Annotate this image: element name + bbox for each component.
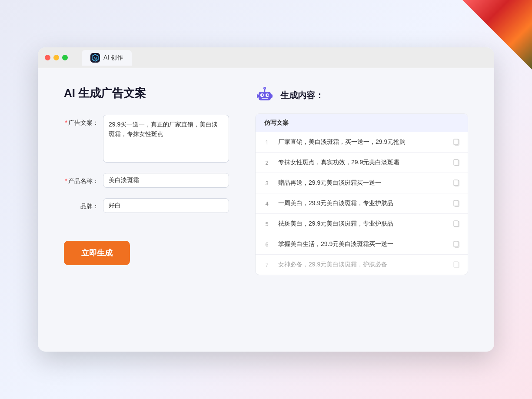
copy-icon-4[interactable] xyxy=(452,199,461,208)
product-name-input[interactable] xyxy=(103,173,229,188)
row-num-5: 5 xyxy=(263,221,271,227)
result-row-6: 6 掌握美白生活，29.9元美白淡斑霜买一送一 xyxy=(256,234,468,255)
row-text-3: 赠品再送，29.9元美白淡斑霜买一送一 xyxy=(278,179,445,187)
result-row-3: 3 赠品再送，29.9元美白淡斑霜买一送一 xyxy=(256,173,468,193)
row-text-1: 厂家直销，美白淡斑霜，买一送一，29.9元抢购 xyxy=(278,138,445,146)
svg-point-12 xyxy=(264,88,266,89)
product-name-row: *产品名称： xyxy=(64,173,229,188)
traffic-lights xyxy=(45,55,68,60)
product-name-label: *产品名称： xyxy=(64,173,99,185)
result-row-4: 4 一周美白，29.9元美白淡斑霜，专业护肤品 xyxy=(256,193,468,214)
result-header: 生成内容： xyxy=(255,86,468,105)
row-text-5: 祛斑美白，29.9元美白淡斑霜，专业护肤品 xyxy=(278,220,445,228)
right-panel: 生成内容： 仿写文案 1 厂家直销，美白淡斑霜，买一送一，29.9元抢购 2 专… xyxy=(255,86,468,333)
robot-icon xyxy=(255,86,274,105)
result-row-2: 2 专抹女性斑点，真实功效，29.9元美白淡斑霜 xyxy=(256,153,468,173)
browser-window: AI AI 创作 AI 生成广告文案 *广告文案： *产品名称： xyxy=(38,47,494,352)
required-star-1: * xyxy=(65,119,67,126)
robot-svg xyxy=(255,86,274,105)
row-text-6: 掌握美白生活，29.9元美白淡斑霜买一送一 xyxy=(278,240,445,248)
copy-icon-6[interactable] xyxy=(452,240,461,249)
row-num-6: 6 xyxy=(263,241,271,248)
minimize-button[interactable] xyxy=(53,55,59,60)
svg-rect-11 xyxy=(271,94,273,98)
svg-rect-9 xyxy=(262,98,268,99)
brand-label: 品牌： xyxy=(64,198,99,210)
svg-rect-10 xyxy=(257,94,259,98)
copy-icon-2[interactable] xyxy=(452,158,461,167)
brand-input[interactable] xyxy=(103,198,229,213)
result-title: 生成内容： xyxy=(280,90,324,101)
results-column-header: 仿写文案 xyxy=(256,114,468,132)
maximize-button[interactable] xyxy=(62,55,68,60)
copy-icon-3[interactable] xyxy=(452,179,461,187)
result-row-1: 1 厂家直销，美白淡斑霜，买一送一，29.9元抢购 xyxy=(256,132,468,153)
svg-text:AI: AI xyxy=(93,57,97,60)
row-text-4: 一周美白，29.9元美白淡斑霜，专业护肤品 xyxy=(278,200,445,207)
main-content: AI 生成广告文案 *广告文案： *产品名称： 品牌： 立 xyxy=(38,68,494,351)
ai-hex-icon: AI xyxy=(91,54,99,62)
ai-create-tab[interactable]: AI AI 创作 xyxy=(82,50,132,66)
svg-point-8 xyxy=(267,94,269,96)
row-num-7: 7 xyxy=(263,262,271,268)
row-num-3: 3 xyxy=(263,180,271,186)
svg-rect-24 xyxy=(454,241,458,247)
svg-rect-16 xyxy=(454,160,458,165)
brand-row: 品牌： xyxy=(64,198,229,213)
svg-rect-14 xyxy=(454,139,458,145)
row-num-2: 2 xyxy=(263,160,271,166)
title-bar: AI AI 创作 xyxy=(38,47,494,68)
row-text-2: 专抹女性斑点，真实功效，29.9元美白淡斑霜 xyxy=(278,159,445,166)
result-row-5: 5 祛斑美白，29.9元美白淡斑霜，专业护肤品 xyxy=(256,214,468,234)
tab-label: AI 创作 xyxy=(103,54,123,62)
close-button[interactable] xyxy=(45,55,50,60)
ad-copy-row: *广告文案： xyxy=(64,115,229,163)
page-title: AI 生成广告文案 xyxy=(64,86,229,101)
svg-rect-26 xyxy=(454,262,458,267)
result-row-7: 7 女神必备，29.9元美白淡斑霜，护肤必备 xyxy=(256,255,468,275)
copy-icon-7[interactable] xyxy=(452,260,461,269)
copy-icon-1[interactable] xyxy=(452,138,461,146)
svg-point-7 xyxy=(262,94,263,96)
left-panel: AI 生成广告文案 *广告文案： *产品名称： 品牌： 立 xyxy=(64,86,229,333)
copy-icon-5[interactable] xyxy=(452,219,461,228)
svg-rect-18 xyxy=(454,180,458,186)
generate-button[interactable]: 立即生成 xyxy=(64,241,130,265)
results-table: 仿写文案 1 厂家直销，美白淡斑霜，买一送一，29.9元抢购 2 专抹女性斑点，… xyxy=(255,113,468,275)
ad-copy-label: *广告文案： xyxy=(64,115,99,127)
row-text-7: 女神必备，29.9元美白淡斑霜，护肤必备 xyxy=(278,261,445,269)
tab-icon: AI xyxy=(90,53,100,63)
svg-rect-20 xyxy=(454,200,458,206)
row-num-4: 4 xyxy=(263,200,271,207)
ad-copy-textarea[interactable] xyxy=(103,115,229,163)
required-star-2: * xyxy=(65,177,67,184)
row-num-1: 1 xyxy=(263,139,271,146)
svg-rect-22 xyxy=(454,221,458,226)
product-name-label-text: 产品名称： xyxy=(68,177,99,184)
ad-copy-label-text: 广告文案： xyxy=(68,119,99,126)
